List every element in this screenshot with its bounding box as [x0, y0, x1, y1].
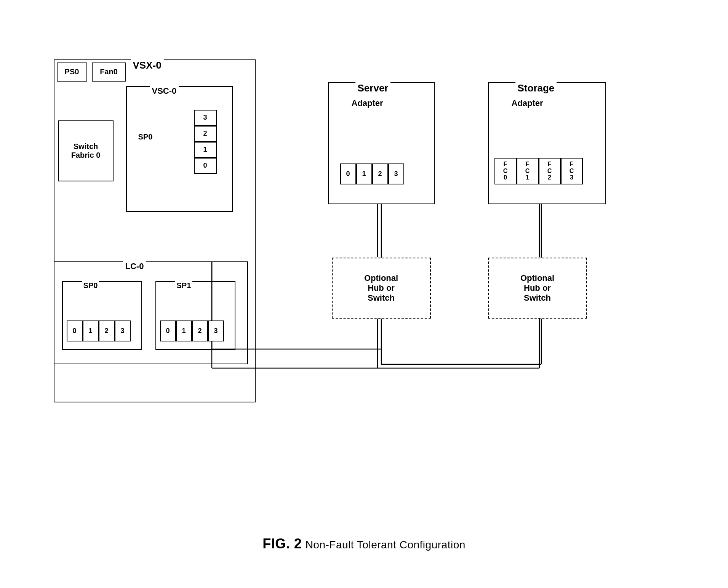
lc0-label: LC-0 — [123, 261, 146, 271]
server-box: Server Adapter 0 1 2 3 — [328, 82, 435, 204]
vsx0-label: VSX-0 — [131, 59, 164, 71]
lc0-sp1-port-3: 3 — [208, 320, 224, 341]
diagram-area: VSX-0 PS0 Fan0 SwitchFabric 0 VSC-0 SP0 … — [31, 37, 698, 524]
storage-fc1-port: FC1 — [517, 158, 539, 184]
server-port-3: 3 — [388, 163, 404, 184]
storage-adapter-label: Adapter — [512, 98, 543, 108]
vsc0-port-3: 3 — [194, 110, 217, 126]
storage-fc0-port: FC0 — [494, 158, 517, 184]
lc0-sp0-port-3: 3 — [115, 320, 131, 341]
vsc0-port-2: 2 — [194, 126, 217, 142]
vsc0-port-0: 0 — [194, 158, 217, 174]
lc0-sp1-ports: 0 1 2 3 — [160, 320, 224, 341]
storage-fc3-port: FC3 — [561, 158, 583, 184]
optional-hub-storage: OptionalHub orSwitch — [488, 258, 587, 319]
storage-label: Storage — [515, 82, 557, 94]
server-port-1: 1 — [356, 163, 372, 184]
page: VSX-0 PS0 Fan0 SwitchFabric 0 VSC-0 SP0 … — [0, 0, 728, 588]
fig-description: Non-Fault Tolerant Configuration — [306, 539, 466, 551]
ps0-label: PS0 — [65, 67, 79, 76]
optional-hub-server: OptionalHub orSwitch — [332, 258, 431, 319]
server-port-0: 0 — [340, 163, 356, 184]
lc0-sp1-label: SP1 — [175, 281, 193, 290]
vsc0-ports: 3 2 1 0 — [194, 110, 217, 174]
lc0-sp1-port-2: 2 — [192, 320, 208, 341]
server-label: Server — [355, 82, 391, 94]
switchfabric-box: SwitchFabric 0 — [58, 120, 114, 181]
fan0-label: Fan0 — [100, 67, 118, 76]
ps0-box: PS0 — [57, 62, 87, 82]
lc0-sp0-port-0: 0 — [67, 320, 83, 341]
server-ports: 0 1 2 3 — [340, 163, 404, 184]
storage-box: Storage Adapter FC0 FC1 FC2 FC3 — [488, 82, 606, 204]
optional-storage-text: OptionalHub orSwitch — [520, 273, 554, 303]
lc0-sp0-label: SP0 — [82, 281, 99, 290]
server-port-2: 2 — [372, 163, 388, 184]
lc0-sp0-port-1: 1 — [83, 320, 99, 341]
lc0-sp0-box: SP0 0 1 2 3 — [62, 281, 142, 350]
lc0-sp0-ports: 0 1 2 3 — [67, 320, 131, 341]
storage-ports: FC0 FC1 FC2 FC3 — [494, 158, 583, 184]
vsc0-port-1: 1 — [194, 142, 217, 158]
vsc0-sp0-label: SP0 — [138, 133, 153, 141]
lc0-sp1-port-1: 1 — [176, 320, 192, 341]
optional-server-text: OptionalHub orSwitch — [364, 273, 398, 303]
lc0-sp0-port-2: 2 — [99, 320, 115, 341]
storage-fc2-port: FC2 — [539, 158, 561, 184]
fig-label: FIG. 2 — [262, 536, 302, 551]
figure-caption: FIG. 2 Non-Fault Tolerant Configuration — [262, 536, 466, 552]
vsc0-box: VSC-0 SP0 3 2 1 0 — [126, 86, 233, 212]
switchfabric-label: SwitchFabric 0 — [71, 142, 101, 160]
vsc0-label: VSC-0 — [150, 86, 179, 96]
lc0-sp1-port-0: 0 — [160, 320, 176, 341]
fan0-box: Fan0 — [92, 62, 126, 82]
lc0-box: LC-0 SP0 0 1 2 3 SP1 0 1 2 3 — [54, 261, 248, 364]
lc0-sp1-box: SP1 0 1 2 3 — [155, 281, 235, 350]
server-adapter-label: Adapter — [352, 98, 383, 108]
